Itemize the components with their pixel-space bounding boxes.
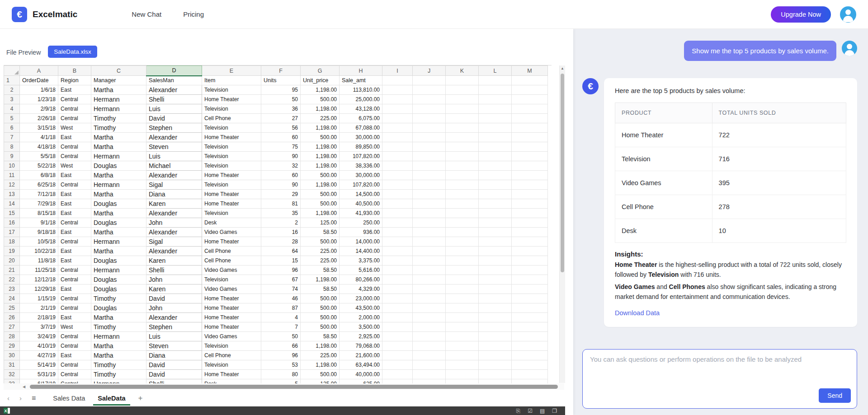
cell-M29[interactable] (512, 341, 548, 351)
cell-E12[interactable]: Television (202, 180, 261, 190)
cell-C26[interactable]: Martha (91, 313, 146, 322)
cell-A20[interactable]: 11/8/18 (20, 256, 58, 266)
cell-C14[interactable]: Douglas (91, 199, 146, 209)
tab-scroll-right-icon[interactable]: › (19, 394, 22, 402)
cell-F25[interactable]: 87 (261, 303, 301, 313)
cell-H8[interactable]: 89,850.00 (340, 142, 382, 152)
cell-A3[interactable]: 1/23/18 (20, 95, 58, 104)
cell-G22[interactable]: 1,198.00 (301, 275, 340, 284)
cell-H7[interactable]: 30,000.00 (340, 133, 382, 142)
cell-E9[interactable]: Television (202, 152, 261, 161)
cell-E1[interactable]: Item (202, 76, 261, 85)
cell-M24[interactable] (512, 294, 548, 303)
cell-E17[interactable]: Video Games (202, 228, 261, 237)
cell-B18[interactable]: Central (58, 237, 91, 247)
cell-F27[interactable]: 7 (261, 322, 301, 332)
cell-K19[interactable] (446, 247, 479, 256)
cell-F1[interactable]: Units (261, 76, 301, 85)
cell-H3[interactable]: 25,000.00 (340, 95, 382, 104)
row-number-21[interactable]: 21 (4, 266, 20, 275)
cell-D21[interactable]: Shelli (146, 266, 202, 275)
cell-D5[interactable]: David (146, 114, 202, 123)
cell-E22[interactable]: Television (202, 275, 261, 284)
cell-A24[interactable]: 1/15/19 (20, 294, 58, 303)
cell-F18[interactable]: 28 (261, 237, 301, 247)
cell-K5[interactable] (446, 114, 479, 123)
cell-G1[interactable]: Unit_price (301, 76, 340, 85)
cell-I27[interactable] (382, 322, 413, 332)
cell-K30[interactable] (446, 351, 479, 360)
cell-F20[interactable]: 15 (261, 256, 301, 266)
cell-I18[interactable] (382, 237, 413, 247)
cell-D33[interactable]: Shelli (146, 379, 202, 384)
cell-I7[interactable] (382, 133, 413, 142)
row-number-25[interactable]: 25 (4, 303, 20, 313)
cell-E15[interactable]: Television (202, 209, 261, 218)
cell-M30[interactable] (512, 351, 548, 360)
row-number-1[interactable]: 1 (4, 76, 20, 85)
cell-A29[interactable]: 4/10/19 (20, 341, 58, 351)
cell-G29[interactable]: 1,198.00 (301, 341, 340, 351)
cell-B21[interactable]: Central (58, 266, 91, 275)
cell-K29[interactable] (446, 341, 479, 351)
send-button[interactable]: Send (819, 388, 851, 403)
cell-H25[interactable]: 43,500.00 (340, 303, 382, 313)
cell-C18[interactable]: Hermann (91, 237, 146, 247)
cell-A23[interactable]: 12/29/18 (20, 284, 58, 294)
cell-A28[interactable]: 3/24/19 (20, 332, 58, 341)
cell-L1[interactable] (479, 76, 512, 85)
cell-A30[interactable]: 4/27/19 (20, 351, 58, 360)
cell-M28[interactable] (512, 332, 548, 341)
cell-H20[interactable]: 3,375.00 (340, 256, 382, 266)
cell-J11[interactable] (413, 171, 446, 180)
cell-G4[interactable]: 1,198.00 (301, 104, 340, 114)
cell-G8[interactable]: 1,198.00 (301, 142, 340, 152)
cell-L20[interactable] (479, 256, 512, 266)
sheet-tab-sales-data[interactable]: Sales Data (47, 391, 91, 406)
cell-A27[interactable]: 3/7/19 (20, 322, 58, 332)
cell-K4[interactable] (446, 104, 479, 114)
cell-F22[interactable]: 67 (261, 275, 301, 284)
cell-E28[interactable]: Video Games (202, 332, 261, 341)
cell-K22[interactable] (446, 275, 479, 284)
cell-I17[interactable] (382, 228, 413, 237)
row-number-23[interactable]: 23 (4, 284, 20, 294)
chat-input-field[interactable] (583, 350, 857, 387)
row-number-2[interactable]: 2 (4, 85, 20, 95)
cell-M13[interactable] (512, 190, 548, 199)
cell-G12[interactable]: 1,198.00 (301, 180, 340, 190)
cell-G21[interactable]: 58.50 (301, 266, 340, 275)
row-number-8[interactable]: 8 (4, 142, 20, 152)
cell-K15[interactable] (446, 209, 479, 218)
cell-C11[interactable]: Martha (91, 171, 146, 180)
cell-M25[interactable] (512, 303, 548, 313)
cell-C10[interactable]: Douglas (91, 161, 146, 171)
cell-J26[interactable] (413, 313, 446, 322)
upgrade-now-button[interactable]: Upgrade Now (771, 6, 831, 23)
cell-J27[interactable] (413, 322, 446, 332)
cell-D15[interactable]: Alexander (146, 209, 202, 218)
cell-H4[interactable]: 43,128.00 (340, 104, 382, 114)
cell-F31[interactable]: 53 (261, 360, 301, 370)
cell-E20[interactable]: Cell Phone (202, 256, 261, 266)
cell-L31[interactable] (479, 360, 512, 370)
cell-D29[interactable]: Steven (146, 341, 202, 351)
cell-L6[interactable] (479, 123, 512, 133)
cell-E3[interactable]: Home Theater (202, 95, 261, 104)
cell-M31[interactable] (512, 360, 548, 370)
cell-K13[interactable] (446, 190, 479, 199)
cell-D11[interactable]: Alexander (146, 171, 202, 180)
cell-K3[interactable] (446, 95, 479, 104)
cell-D20[interactable]: Karen (146, 256, 202, 266)
cell-B4[interactable]: Central (58, 104, 91, 114)
cell-C1[interactable]: Manager (91, 76, 146, 85)
cell-J33[interactable] (413, 379, 446, 384)
select-all-corner[interactable] (4, 66, 20, 76)
cell-D2[interactable]: Alexander (146, 85, 202, 95)
cell-A15[interactable]: 8/15/18 (20, 209, 58, 218)
cell-E24[interactable]: Home Theater (202, 294, 261, 303)
cell-L3[interactable] (479, 95, 512, 104)
cell-H16[interactable]: 250.00 (340, 218, 382, 228)
cell-G25[interactable]: 500.00 (301, 303, 340, 313)
cell-M26[interactable] (512, 313, 548, 322)
